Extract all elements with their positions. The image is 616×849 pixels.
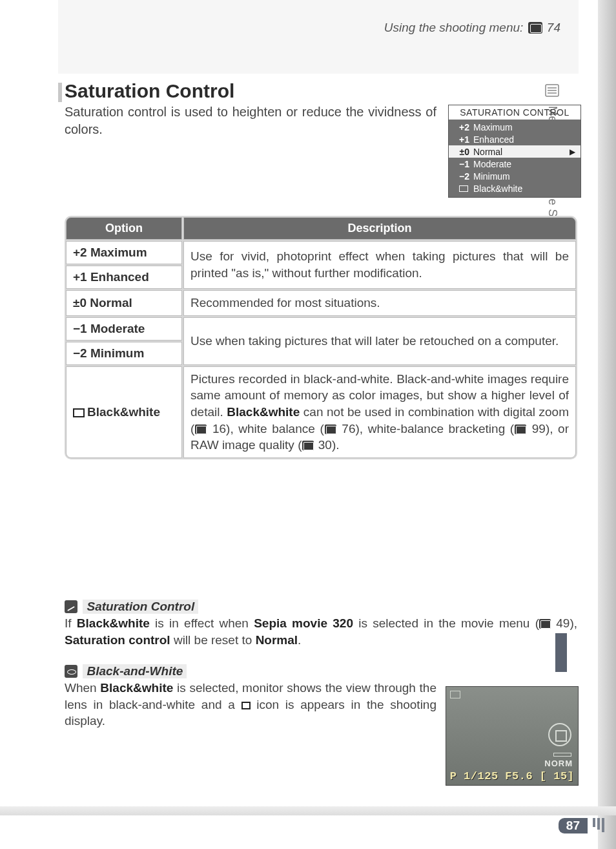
page-number: 87: [559, 818, 588, 833]
menu-row: Black&white: [449, 182, 580, 194]
description-cell: Pictures recorded in black-and-white. Bl…: [183, 366, 576, 458]
blackwhite-icon: [459, 185, 468, 192]
page-content: Using the shooting menu: 74 Menu Guide—T…: [25, 0, 581, 824]
option-cell-blackwhite: Black&white: [66, 366, 182, 458]
intro-paragraph: Saturation control is used to heighten o…: [65, 103, 436, 138]
note-text: If: [65, 616, 77, 630]
blackwhite-square-icon: [241, 702, 251, 709]
footer-gradient-band: [0, 806, 616, 815]
page-ref: 76: [342, 422, 355, 435]
note-bold: Saturation control: [65, 633, 170, 647]
option-label: Black&white: [87, 405, 160, 419]
menu-row: ±0Normal▶: [449, 145, 580, 158]
note-paragraph: When Black&white is selected, monitor sh…: [65, 680, 436, 729]
camera-ref-icon: [539, 619, 551, 629]
option-cell: +1 Enhanced: [66, 266, 182, 289]
desc-bold: Black&white: [227, 405, 300, 419]
note-paragraph: If Black&white is in effect when Sepia m…: [65, 615, 577, 648]
camera-ref-icon: [515, 424, 526, 434]
menu-row: −2Minimum: [449, 170, 580, 182]
blackwhite-box-icon: [73, 408, 85, 417]
breadcrumb-page-ref: 74: [547, 21, 560, 34]
selected-arrow-icon: ▶: [570, 147, 575, 156]
note-bold: Black&white: [100, 681, 173, 695]
camera-ref-icon: [302, 441, 314, 450]
note-saturation-control: Saturation Control If Black&white is in …: [65, 600, 577, 648]
table-row: ±0 Normal Recommended for most situation…: [66, 290, 576, 316]
description-cell: Use for vivid, photoprint effect when ta…: [183, 241, 576, 289]
menu-box-body: +2Maximum+1Enhanced±0Normal▶−1Moderate−2…: [449, 120, 580, 197]
lcd-zoom-bar: [553, 753, 571, 757]
camera-ref-icon: [195, 424, 207, 434]
desc-text: ), white-balance bracketing (: [356, 422, 515, 435]
page-ref: 16: [212, 422, 226, 435]
option-cell: ±0 Normal: [66, 290, 182, 316]
desc-text: ), white balance (: [226, 422, 324, 435]
page-ref: 49: [556, 616, 570, 630]
note-bold: Sepia movie 320: [254, 616, 353, 630]
camera-icon: [528, 22, 542, 34]
section-title: Saturation Control: [65, 80, 234, 102]
note-text: .: [298, 633, 301, 647]
lcd-status-line: P 1/125 F5.6 [ 15]: [446, 770, 578, 782]
menu-row: +1Enhanced: [449, 133, 580, 145]
lcd-lens-icon: [548, 723, 571, 746]
eye-note-icon: [65, 665, 77, 678]
menu-list-icon: [545, 84, 559, 97]
page-ref: 99: [532, 422, 546, 435]
menu-row: +2Maximum: [449, 121, 580, 133]
menu-box-title: SATURATION CONTROL: [449, 105, 580, 120]
table-head-option: Option: [66, 217, 182, 240]
description-cell: Use when taking pictures that will later…: [183, 317, 576, 365]
page-edge-shadow: [598, 0, 616, 849]
option-cell: +2 Maximum: [66, 241, 182, 264]
note-bold: Black&white: [77, 616, 150, 630]
page-ref: 30: [318, 438, 332, 452]
lcd-norm-label: NORM: [544, 759, 573, 768]
note-text: is in effect when: [150, 616, 254, 630]
description-cell: Recommended for most situations.: [183, 290, 576, 316]
table-row: −1 Moderate Use when taking pictures tha…: [66, 317, 576, 341]
lcd-preview: NORM P 1/125 F5.6 [ 15]: [446, 686, 579, 786]
pencil-note-icon: [65, 600, 77, 613]
note-text: will be reset to: [170, 633, 256, 647]
menu-row: −1Moderate: [449, 158, 580, 170]
table-header-row: Option Description: [66, 217, 576, 240]
note-heading: Black-and-White: [83, 664, 187, 678]
note-text: is selected in the movie menu (: [353, 616, 539, 630]
note-bold: Normal: [256, 633, 298, 647]
saturation-menu-box: SATURATION CONTROL +2Maximum+1Enhanced±0…: [448, 105, 581, 198]
breadcrumb-text: Using the shooting menu:: [384, 21, 523, 34]
table-row: Black&white Pictures recorded in black-a…: [66, 366, 576, 458]
title-accent-bar: [58, 83, 62, 102]
option-cell: −1 Moderate: [66, 317, 182, 341]
header-band: [58, 0, 579, 74]
camera-ref-icon: [325, 424, 336, 434]
table-head-description: Description: [183, 217, 576, 240]
page-edge-ticks: [593, 818, 604, 832]
breadcrumb: Using the shooting menu: 74: [25, 21, 581, 35]
options-table: Option Description +2 Maximum Use for vi…: [65, 216, 577, 459]
note-text: When: [65, 681, 100, 695]
option-cell: −2 Minimum: [66, 342, 182, 365]
table-row: +2 Maximum Use for vivid, photoprint eff…: [66, 241, 576, 264]
note-heading: Saturation Control: [83, 600, 198, 614]
lcd-top-icon: [450, 691, 460, 698]
desc-text: ).: [332, 438, 340, 452]
note-text: ),: [570, 616, 577, 630]
